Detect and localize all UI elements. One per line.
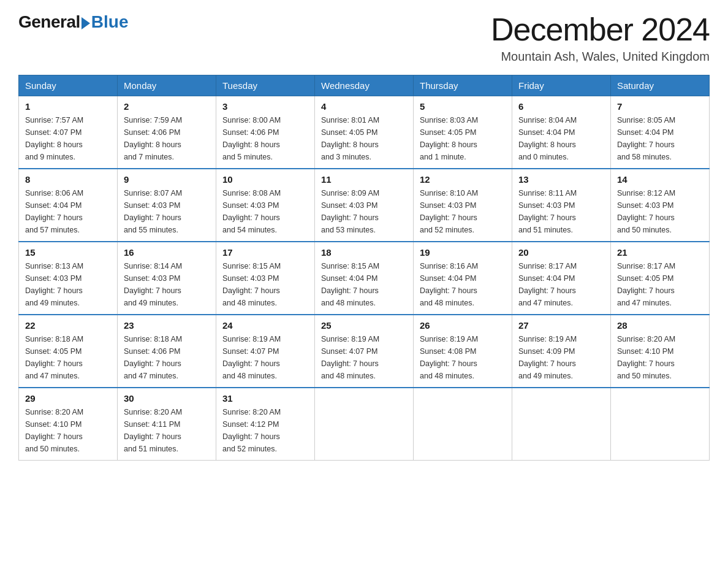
calendar-cell: 9Sunrise: 8:07 AMSunset: 4:03 PMDaylight… (118, 169, 216, 242)
day-number: 10 (222, 174, 308, 185)
calendar-cell: 7Sunrise: 8:05 AMSunset: 4:04 PMDaylight… (611, 96, 710, 169)
day-number: 15 (25, 247, 111, 258)
day-info: Sunrise: 8:03 AMSunset: 4:05 PMDaylight:… (420, 114, 506, 163)
day-number: 24 (222, 320, 308, 331)
day-number: 13 (518, 174, 604, 185)
day-info: Sunrise: 8:20 AMSunset: 4:10 PMDaylight:… (617, 333, 703, 382)
calendar-cell: 10Sunrise: 8:08 AMSunset: 4:03 PMDayligh… (216, 169, 315, 242)
day-number: 22 (25, 320, 111, 331)
day-number: 26 (420, 320, 506, 331)
logo: General Blue (18, 12, 128, 32)
calendar-cell: 14Sunrise: 8:12 AMSunset: 4:03 PMDayligh… (611, 169, 710, 242)
logo-arrow-icon (82, 17, 90, 29)
page-header: General Blue December 2024 Mountain Ash,… (18, 12, 710, 64)
calendar-cell: 15Sunrise: 8:13 AMSunset: 4:03 PMDayligh… (19, 242, 118, 315)
calendar-cell: 8Sunrise: 8:06 AMSunset: 4:04 PMDaylight… (19, 169, 118, 242)
calendar-table: SundayMondayTuesdayWednesdayThursdayFrid… (18, 75, 710, 461)
day-number: 7 (617, 101, 703, 112)
calendar-cell (414, 388, 512, 461)
calendar-cell: 18Sunrise: 8:15 AMSunset: 4:04 PMDayligh… (315, 242, 414, 315)
day-info: Sunrise: 8:18 AMSunset: 4:06 PMDaylight:… (124, 333, 210, 382)
week-row-5: 29Sunrise: 8:20 AMSunset: 4:10 PMDayligh… (19, 388, 710, 461)
day-number: 14 (617, 174, 703, 185)
day-number: 1 (25, 101, 111, 112)
day-number: 12 (420, 174, 506, 185)
day-number: 5 (420, 101, 506, 112)
day-info: Sunrise: 8:14 AMSunset: 4:03 PMDaylight:… (124, 260, 210, 309)
calendar-cell: 5Sunrise: 8:03 AMSunset: 4:05 PMDaylight… (414, 96, 512, 169)
calendar-cell: 13Sunrise: 8:11 AMSunset: 4:03 PMDayligh… (512, 169, 611, 242)
logo-text: General Blue (18, 12, 128, 32)
day-info: Sunrise: 7:57 AMSunset: 4:07 PMDaylight:… (25, 114, 111, 163)
day-info: Sunrise: 8:15 AMSunset: 4:03 PMDaylight:… (222, 260, 308, 309)
weekday-header-row: SundayMondayTuesdayWednesdayThursdayFrid… (19, 75, 710, 96)
day-info: Sunrise: 8:16 AMSunset: 4:04 PMDaylight:… (420, 260, 506, 309)
day-info: Sunrise: 8:11 AMSunset: 4:03 PMDaylight:… (518, 187, 604, 236)
day-number: 31 (222, 393, 308, 404)
weekday-header-saturday: Saturday (611, 75, 710, 96)
calendar-cell: 25Sunrise: 8:19 AMSunset: 4:07 PMDayligh… (315, 315, 414, 388)
calendar-cell: 4Sunrise: 8:01 AMSunset: 4:05 PMDaylight… (315, 96, 414, 169)
day-info: Sunrise: 8:01 AMSunset: 4:05 PMDaylight:… (321, 114, 407, 163)
location: Mountain Ash, Wales, United Kingdom (491, 50, 710, 64)
day-number: 18 (321, 247, 407, 258)
day-info: Sunrise: 8:17 AMSunset: 4:04 PMDaylight:… (518, 260, 604, 309)
calendar-cell: 30Sunrise: 8:20 AMSunset: 4:11 PMDayligh… (118, 388, 216, 461)
month-title: December 2024 (491, 12, 710, 47)
week-row-4: 22Sunrise: 8:18 AMSunset: 4:05 PMDayligh… (19, 315, 710, 388)
weekday-header-sunday: Sunday (19, 75, 118, 96)
day-number: 16 (124, 247, 210, 258)
day-number: 3 (222, 101, 308, 112)
week-row-2: 8Sunrise: 8:06 AMSunset: 4:04 PMDaylight… (19, 169, 710, 242)
day-info: Sunrise: 8:19 AMSunset: 4:07 PMDaylight:… (222, 333, 308, 382)
day-number: 21 (617, 247, 703, 258)
calendar-cell: 12Sunrise: 8:10 AMSunset: 4:03 PMDayligh… (414, 169, 512, 242)
day-info: Sunrise: 8:20 AMSunset: 4:12 PMDaylight:… (222, 406, 308, 455)
calendar-cell: 19Sunrise: 8:16 AMSunset: 4:04 PMDayligh… (414, 242, 512, 315)
day-number: 28 (617, 320, 703, 331)
calendar-cell: 22Sunrise: 8:18 AMSunset: 4:05 PMDayligh… (19, 315, 118, 388)
day-info: Sunrise: 8:00 AMSunset: 4:06 PMDaylight:… (222, 114, 308, 163)
calendar-cell: 6Sunrise: 8:04 AMSunset: 4:04 PMDaylight… (512, 96, 611, 169)
day-info: Sunrise: 8:15 AMSunset: 4:04 PMDaylight:… (321, 260, 407, 309)
day-info: Sunrise: 8:18 AMSunset: 4:05 PMDaylight:… (25, 333, 111, 382)
day-number: 11 (321, 174, 407, 185)
day-info: Sunrise: 8:20 AMSunset: 4:11 PMDaylight:… (124, 406, 210, 455)
logo-general: General (18, 12, 80, 32)
calendar-cell: 26Sunrise: 8:19 AMSunset: 4:08 PMDayligh… (414, 315, 512, 388)
title-block: December 2024 Mountain Ash, Wales, Unite… (491, 12, 710, 64)
calendar-cell: 16Sunrise: 8:14 AMSunset: 4:03 PMDayligh… (118, 242, 216, 315)
calendar-cell: 29Sunrise: 8:20 AMSunset: 4:10 PMDayligh… (19, 388, 118, 461)
weekday-header-wednesday: Wednesday (315, 75, 414, 96)
day-info: Sunrise: 8:08 AMSunset: 4:03 PMDaylight:… (222, 187, 308, 236)
day-number: 8 (25, 174, 111, 185)
weekday-header-tuesday: Tuesday (216, 75, 315, 96)
day-info: Sunrise: 8:19 AMSunset: 4:08 PMDaylight:… (420, 333, 506, 382)
day-info: Sunrise: 8:05 AMSunset: 4:04 PMDaylight:… (617, 114, 703, 163)
calendar-cell: 24Sunrise: 8:19 AMSunset: 4:07 PMDayligh… (216, 315, 315, 388)
day-info: Sunrise: 8:10 AMSunset: 4:03 PMDaylight:… (420, 187, 506, 236)
weekday-header-monday: Monday (118, 75, 216, 96)
day-number: 9 (124, 174, 210, 185)
calendar-cell: 3Sunrise: 8:00 AMSunset: 4:06 PMDaylight… (216, 96, 315, 169)
calendar-cell: 2Sunrise: 7:59 AMSunset: 4:06 PMDaylight… (118, 96, 216, 169)
calendar-cell: 11Sunrise: 8:09 AMSunset: 4:03 PMDayligh… (315, 169, 414, 242)
logo-blue: Blue (91, 12, 129, 32)
day-number: 30 (124, 393, 210, 404)
day-number: 20 (518, 247, 604, 258)
calendar-cell (611, 388, 710, 461)
calendar-cell (315, 388, 414, 461)
calendar-cell (512, 388, 611, 461)
calendar-cell: 28Sunrise: 8:20 AMSunset: 4:10 PMDayligh… (611, 315, 710, 388)
calendar-cell: 1Sunrise: 7:57 AMSunset: 4:07 PMDaylight… (19, 96, 118, 169)
day-number: 19 (420, 247, 506, 258)
day-info: Sunrise: 8:12 AMSunset: 4:03 PMDaylight:… (617, 187, 703, 236)
day-number: 29 (25, 393, 111, 404)
week-row-3: 15Sunrise: 8:13 AMSunset: 4:03 PMDayligh… (19, 242, 710, 315)
day-info: Sunrise: 8:09 AMSunset: 4:03 PMDaylight:… (321, 187, 407, 236)
day-info: Sunrise: 8:07 AMSunset: 4:03 PMDaylight:… (124, 187, 210, 236)
day-info: Sunrise: 7:59 AMSunset: 4:06 PMDaylight:… (124, 114, 210, 163)
day-info: Sunrise: 8:19 AMSunset: 4:09 PMDaylight:… (518, 333, 604, 382)
day-info: Sunrise: 8:13 AMSunset: 4:03 PMDaylight:… (25, 260, 111, 309)
calendar-cell: 20Sunrise: 8:17 AMSunset: 4:04 PMDayligh… (512, 242, 611, 315)
